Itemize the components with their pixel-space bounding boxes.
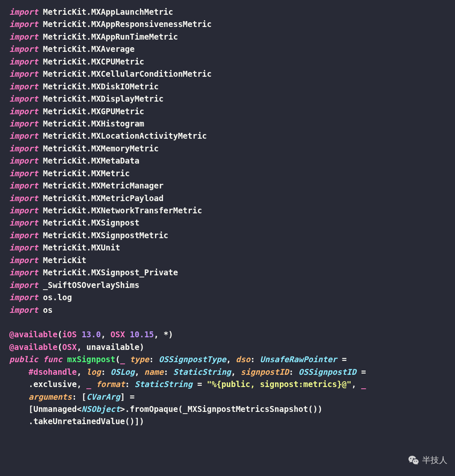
keyword-import: import <box>9 255 38 265</box>
import-module: MetricKit.MXMetricManager <box>43 181 163 190</box>
keyword-import: import <box>9 7 38 16</box>
code-token: UnsafeRawPointer <box>260 355 337 364</box>
import-module: MetricKit.MXCPUMetric <box>43 57 144 66</box>
code-line: [Unmanaged<NSObject>.fromOpaque(_MXSignp… <box>9 403 446 415</box>
code-token: : <box>125 379 135 389</box>
keyword-import: import <box>9 144 38 153</box>
code-line: import MetricKit.MXAppLaunchMetric <box>9 6 446 18</box>
code-token: = <box>356 367 371 376</box>
code-token: 10.15 <box>130 330 154 339</box>
code-token: , unavailable) <box>77 342 144 352</box>
code-line: import MetricKit.MXMetricPayload <box>9 192 446 204</box>
import-module: MetricKit.MXMetaData <box>43 156 139 165</box>
import-module: MetricKit.MXNetworkTransferMetric <box>43 206 202 215</box>
import-module: MetricKit.MXAverage <box>43 44 134 54</box>
import-module: MetricKit.MXSignpost <box>43 218 139 227</box>
watermark-text: 半技人 <box>422 454 447 467</box>
code-line: @available(OSX, unavailable) <box>9 341 446 353</box>
keyword-import: import <box>9 69 38 78</box>
code-token: .takeUnretainedValue()]) <box>9 417 144 426</box>
code-line: import MetricKit.MXMemoryMetric <box>9 143 446 155</box>
code-token: type <box>130 355 149 364</box>
code-token: >.fromOpaque(_MXSignpostMetricsSnapshot(… <box>120 404 322 414</box>
import-module: MetricKit.MXLocationActivityMetric <box>43 131 207 140</box>
code-line: import MetricKit <box>9 254 446 266</box>
import-module: MetricKit.MXMetric <box>43 169 130 178</box>
code-token: : <box>149 355 159 364</box>
import-module: MetricKit.MXHistogram <box>43 119 144 128</box>
keyword-import: import <box>9 218 38 227</box>
code-token: log <box>86 367 101 376</box>
code-line: arguments: [CVarArg] = <box>9 391 446 403</box>
keyword-import: import <box>9 243 38 252</box>
import-module: MetricKit.MXSignpostMetric <box>43 231 168 240</box>
code-token: : [ <box>72 392 86 401</box>
code-token: public <box>9 355 38 364</box>
import-module: MetricKit <box>43 255 86 265</box>
code-token: "%{public, signpost:metrics}@" <box>207 379 351 389</box>
code-token: : <box>101 367 110 376</box>
code-token: .exclusive, <box>9 379 86 389</box>
import-module: MetricKit.MXGPUMetric <box>43 107 144 116</box>
code-token: , <box>231 367 241 376</box>
code-line: import MetricKit.MXSignpost_Private <box>9 266 446 279</box>
code-token: OSLog <box>110 367 134 376</box>
code-line: @available(iOS 13.0, OSX 10.15, *) <box>9 328 446 341</box>
code-token <box>9 367 29 376</box>
code-line: import os.log <box>9 291 446 304</box>
keyword-import: import <box>9 231 38 240</box>
keyword-import: import <box>9 82 38 91</box>
code-token: , <box>134 367 144 376</box>
import-module: os.log <box>43 293 72 302</box>
import-module: MetricKit.MXMetricPayload <box>43 194 163 203</box>
code-token: ( <box>57 342 62 352</box>
code-token: format <box>96 379 125 389</box>
code-line: .exclusive, _ format: StaticString = "%{… <box>9 378 446 390</box>
keyword-import: import <box>9 32 38 41</box>
keyword-import: import <box>9 293 38 302</box>
keyword-import: import <box>9 206 38 215</box>
keyword-import: import <box>9 181 38 190</box>
keyword-import: import <box>9 268 38 277</box>
code-token: ( <box>115 355 120 364</box>
code-token <box>366 379 371 389</box>
code-line: import MetricKit.MXNetworkTransferMetric <box>9 204 446 217</box>
import-module: _SwiftOSOverlayShims <box>43 280 139 290</box>
watermark: 半技人 <box>408 454 447 467</box>
keyword-import: import <box>9 194 38 203</box>
code-token: StaticString <box>134 379 192 389</box>
code-token <box>125 355 130 364</box>
code-token: iOS <box>62 330 77 339</box>
code-token: NSObject <box>82 404 120 414</box>
code-token: , <box>226 355 236 364</box>
code-editor: import MetricKit.MXAppLaunchMetricimport… <box>9 6 446 428</box>
import-module: MetricKit.MXUnit <box>43 243 120 252</box>
code-line: import MetricKit.MXCPUMetric <box>9 56 446 68</box>
code-token: mxSignpost <box>67 355 115 364</box>
code-token: StaticString <box>173 367 231 376</box>
code-token: : <box>289 367 299 376</box>
code-line: import MetricKit.MXMetaData <box>9 155 446 167</box>
keyword-import: import <box>9 305 38 315</box>
keyword-import: import <box>9 156 38 165</box>
code-line: import MetricKit.MXCellularConditionMetr… <box>9 68 446 80</box>
import-module: MetricKit.MXSignpost_Private <box>43 268 178 277</box>
import-module: MetricKit.MXDiskIOMetric <box>43 82 159 91</box>
code-line <box>9 316 446 328</box>
keyword-import: import <box>9 94 38 103</box>
code-token: , <box>77 367 86 376</box>
code-line: public func mxSignpost(_ type: OSSignpos… <box>9 353 446 366</box>
code-token: OSSignpostID <box>298 367 356 376</box>
code-token: , <box>351 379 361 389</box>
code-token: _ <box>86 379 91 389</box>
code-token: ( <box>57 330 62 339</box>
code-token: name <box>144 367 163 376</box>
code-line: import MetricKit.MXLocationActivityMetri… <box>9 130 446 142</box>
code-token: , <box>101 330 110 339</box>
code-token: OSSignpostType <box>159 355 226 364</box>
keyword-import: import <box>9 19 38 29</box>
keyword-import: import <box>9 131 38 140</box>
code-line: import MetricKit.MXHistogram <box>9 118 446 130</box>
import-module: MetricKit.MXAppLaunchMetric <box>43 7 173 16</box>
code-line: import MetricKit.MXAverage <box>9 43 446 55</box>
